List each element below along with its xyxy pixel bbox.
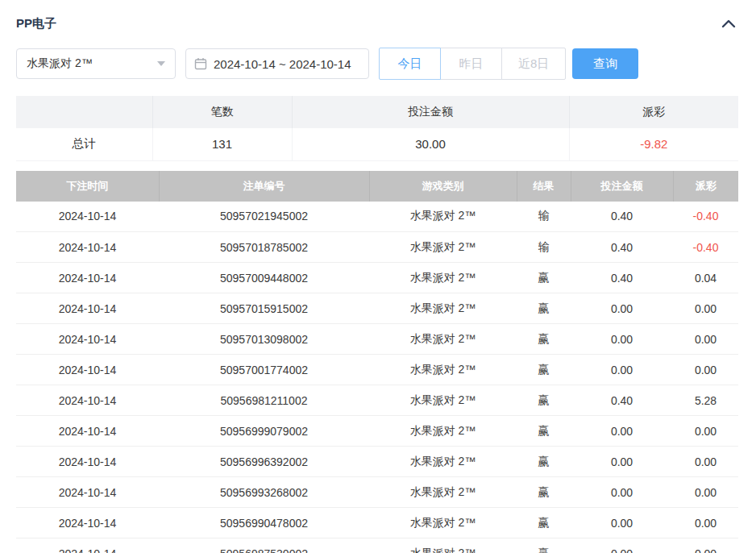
- table-cell: 0.40: [571, 385, 673, 416]
- table-cell: 赢: [517, 324, 571, 355]
- date-range-value: 2024-10-14 ~ 2024-10-14: [214, 57, 351, 71]
- table-cell: 水果派对 2™: [369, 202, 517, 232]
- table-cell: 2024-10-14: [16, 355, 159, 385]
- quick-filter-button-0[interactable]: 今日: [379, 48, 441, 80]
- table-cell: 50956990478002: [159, 508, 369, 538]
- summary-payout-value: -9.82: [569, 128, 738, 160]
- table-cell: 2024-10-14: [16, 477, 159, 508]
- page-title: PP电子: [16, 16, 56, 31]
- table-cell: 2024-10-14: [16, 508, 159, 538]
- table-cell: 水果派对 2™: [369, 263, 517, 293]
- table-cell: 0.00: [571, 477, 673, 508]
- table-row: 2024-10-1450957001774002水果派对 2™赢0.000.00: [16, 355, 738, 385]
- table-cell: 50957015915002: [159, 293, 369, 324]
- table-cell: 2024-10-14: [16, 447, 159, 477]
- table-cell: 0.40: [571, 263, 673, 293]
- summary-count-value: 131: [152, 128, 292, 160]
- table-cell: 2024-10-14: [16, 385, 159, 416]
- table-cell: 水果派对 2™: [369, 538, 517, 553]
- table-cell: 50956993268002: [159, 477, 369, 508]
- table-cell: 50956996392002: [159, 447, 369, 477]
- table-cell: 赢: [517, 447, 571, 477]
- table-cell: 0.00: [571, 538, 673, 553]
- table-cell: 0.00: [571, 324, 673, 355]
- pp-electronic-panel: PP电子 水果派对 2™ 2024-10-14 ~: [0, 0, 756, 553]
- table-row: 2024-10-1450957018785002水果派对 2™输0.40-0.4…: [16, 232, 738, 263]
- table-cell: 输: [517, 202, 571, 232]
- summary-total-row: 总计 131 30.00 -9.82: [16, 128, 738, 160]
- filter-row: 水果派对 2™ 2024-10-14 ~ 2024-10-14 今日昨日近8日 …: [16, 48, 738, 80]
- table-cell: 赢: [517, 416, 571, 447]
- table-row: 2024-10-1450957009448002水果派对 2™赢0.400.04: [16, 263, 738, 293]
- summary-header-row: 笔数投注金额派彩: [16, 96, 738, 128]
- quick-filter-button-2[interactable]: 近8日: [501, 48, 566, 80]
- bets-header-cell: 派彩: [673, 171, 738, 202]
- bets-header-cell: 结果: [517, 171, 571, 202]
- chevron-down-icon: [157, 61, 165, 66]
- table-cell: 水果派对 2™: [369, 416, 517, 447]
- table-cell: 赢: [517, 508, 571, 538]
- table-cell: 0.00: [673, 447, 738, 477]
- quick-filter-button-1[interactable]: 昨日: [440, 48, 502, 80]
- date-range-picker[interactable]: 2024-10-14 ~ 2024-10-14: [185, 48, 369, 79]
- table-cell: 输: [517, 232, 571, 263]
- table-cell: 0.04: [673, 263, 738, 293]
- summary-table: 笔数投注金额派彩 总计 131 30.00 -9.82: [16, 96, 738, 161]
- summary-header-cell: 投注金额: [292, 96, 569, 128]
- table-cell: 0.00: [571, 508, 673, 538]
- table-row: 2024-10-1450957015915002水果派对 2™赢0.000.00: [16, 293, 738, 324]
- table-row: 2024-10-1450956999079002水果派对 2™赢0.000.00: [16, 416, 738, 447]
- table-cell: 50956981211002: [159, 385, 369, 416]
- table-cell: 水果派对 2™: [369, 232, 517, 263]
- table-cell: 2024-10-14: [16, 202, 159, 232]
- table-cell: 赢: [517, 477, 571, 508]
- table-cell: 赢: [517, 355, 571, 385]
- table-row: 2024-10-1450957021945002水果派对 2™输0.40-0.4…: [16, 202, 738, 232]
- table-cell: 0.00: [673, 324, 738, 355]
- quick-filter-group: 今日昨日近8日: [379, 48, 566, 80]
- table-cell: -0.40: [673, 202, 738, 232]
- table-cell: 0.00: [673, 416, 738, 447]
- table-cell: 2024-10-14: [16, 293, 159, 324]
- table-cell: 50957009448002: [159, 263, 369, 293]
- table-cell: 5.28: [673, 385, 738, 416]
- table-cell: 50956987530002: [159, 538, 369, 553]
- table-cell: 2024-10-14: [16, 232, 159, 263]
- table-row: 2024-10-1450956993268002水果派对 2™赢0.000.00: [16, 477, 738, 508]
- table-cell: -0.40: [673, 232, 738, 263]
- table-cell: 0.00: [673, 355, 738, 385]
- collapse-button[interactable]: [719, 16, 738, 31]
- bets-tbody: 2024-10-1450957021945002水果派对 2™输0.40-0.4…: [16, 202, 738, 553]
- table-cell: 水果派对 2™: [369, 508, 517, 538]
- table-row: 2024-10-1450956990478002水果派对 2™赢0.000.00: [16, 508, 738, 538]
- table-cell: 0.00: [571, 447, 673, 477]
- table-cell: 2024-10-14: [16, 263, 159, 293]
- table-cell: 水果派对 2™: [369, 293, 517, 324]
- table-cell: 0.00: [571, 416, 673, 447]
- summary-total-label: 总计: [16, 128, 152, 160]
- bets-header-row: 下注时间注单编号游戏类别结果投注金额派彩: [16, 171, 738, 202]
- table-cell: 50957013098002: [159, 324, 369, 355]
- table-cell: 水果派对 2™: [369, 385, 517, 416]
- table-cell: 水果派对 2™: [369, 447, 517, 477]
- query-button[interactable]: 查询: [572, 48, 638, 79]
- table-cell: 0.40: [571, 232, 673, 263]
- bets-header-cell: 注单编号: [159, 171, 369, 202]
- table-cell: 水果派对 2™: [369, 355, 517, 385]
- bets-header-cell: 下注时间: [16, 171, 159, 202]
- game-select[interactable]: 水果派对 2™: [16, 48, 176, 79]
- table-cell: 2024-10-14: [16, 416, 159, 447]
- table-cell: 赢: [517, 263, 571, 293]
- table-cell: 赢: [517, 293, 571, 324]
- bets-table: 下注时间注单编号游戏类别结果投注金额派彩 2024-10-14509570219…: [16, 171, 738, 553]
- summary-header-cell: [16, 96, 152, 128]
- game-select-value: 水果派对 2™: [27, 56, 93, 71]
- chevron-up-icon: [721, 19, 737, 31]
- table-cell: 50956999079002: [159, 416, 369, 447]
- table-cell: 0.00: [571, 355, 673, 385]
- panel-header: PP电子: [16, 11, 738, 35]
- table-cell: 0.00: [673, 538, 738, 553]
- table-cell: 0.00: [571, 293, 673, 324]
- table-cell: 水果派对 2™: [369, 324, 517, 355]
- bets-header-cell: 投注金额: [571, 171, 673, 202]
